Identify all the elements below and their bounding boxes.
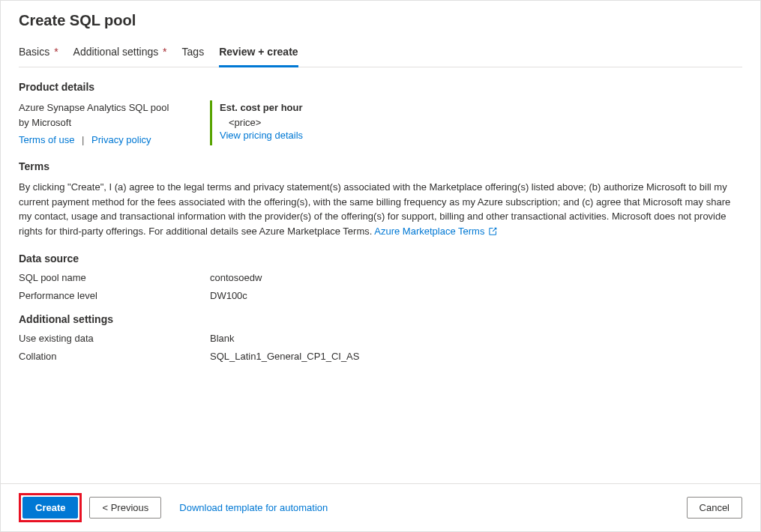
page-title: Create SQL pool xyxy=(19,12,742,29)
cancel-button[interactable]: Cancel xyxy=(687,497,742,519)
cost-box: Est. cost per hour <price> View pricing … xyxy=(210,100,303,145)
required-asterisk: * xyxy=(54,46,58,58)
tab-tags[interactable]: Tags xyxy=(182,38,205,67)
cost-label: Est. cost per hour xyxy=(220,100,303,115)
section-data-source: Data source SQL pool name contosoedw Per… xyxy=(19,253,742,301)
footer-bar: Create < Previous Download template for … xyxy=(1,483,760,531)
data-source-heading: Data source xyxy=(19,253,742,265)
terms-body: By clicking "Create", I (a) agree to the… xyxy=(19,180,742,239)
row-collation: Collation SQL_Latin1_General_CP1_CI_AS xyxy=(19,351,742,362)
section-terms: Terms By clicking "Create", I (a) agree … xyxy=(19,160,742,239)
terms-of-use-link[interactable]: Terms of use xyxy=(19,134,74,145)
download-template-link[interactable]: Download template for automation xyxy=(179,502,328,513)
marketplace-link-text: Azure Marketplace Terms xyxy=(374,226,484,237)
privacy-policy-link[interactable]: Privacy policy xyxy=(91,134,151,145)
tab-tags-label: Tags xyxy=(182,46,205,58)
previous-button[interactable]: < Previous xyxy=(89,497,161,519)
section-additional-settings: Additional settings Use existing data Bl… xyxy=(19,313,742,362)
collation-value: SQL_Latin1_General_CP1_CI_AS xyxy=(210,351,359,362)
tab-additional-label: Additional settings xyxy=(73,46,159,58)
create-button-highlight: Create xyxy=(19,493,82,522)
link-divider: | xyxy=(82,134,84,145)
row-use-existing-data: Use existing data Blank xyxy=(19,333,742,344)
product-name: Azure Synapse Analytics SQL pool xyxy=(19,100,210,115)
product-by-line: by Microsoft xyxy=(19,115,210,130)
create-button[interactable]: Create xyxy=(22,497,78,519)
use-existing-data-key: Use existing data xyxy=(19,333,210,344)
required-asterisk: * xyxy=(163,46,166,58)
sql-pool-name-key: SQL pool name xyxy=(19,272,210,283)
collation-key: Collation xyxy=(19,351,210,362)
external-link-icon xyxy=(489,225,497,240)
cost-price: <price> xyxy=(229,115,303,130)
azure-marketplace-terms-link[interactable]: Azure Marketplace Terms xyxy=(374,226,497,237)
view-pricing-details-link[interactable]: View pricing details xyxy=(220,130,303,141)
performance-level-key: Performance level xyxy=(19,290,210,301)
tab-additional-settings[interactable]: Additional settings * xyxy=(73,38,167,67)
terms-heading: Terms xyxy=(19,160,742,172)
tab-basics-label: Basics xyxy=(19,46,49,58)
performance-level-value: DW100c xyxy=(210,290,247,301)
tab-basics[interactable]: Basics * xyxy=(19,38,58,67)
row-performance-level: Performance level DW100c xyxy=(19,290,742,301)
additional-settings-heading: Additional settings xyxy=(19,313,742,325)
sql-pool-name-value: contosoedw xyxy=(210,272,262,283)
tab-review-create[interactable]: Review + create xyxy=(219,38,298,67)
use-existing-data-value: Blank xyxy=(210,333,235,344)
section-product-details: Product details Azure Synapse Analytics … xyxy=(19,81,742,145)
tab-review-label: Review + create xyxy=(219,46,298,58)
product-details-heading: Product details xyxy=(19,81,742,93)
row-sql-pool-name: SQL pool name contosoedw xyxy=(19,272,742,283)
tabs-bar: Basics * Additional settings * Tags Revi… xyxy=(19,38,742,67)
